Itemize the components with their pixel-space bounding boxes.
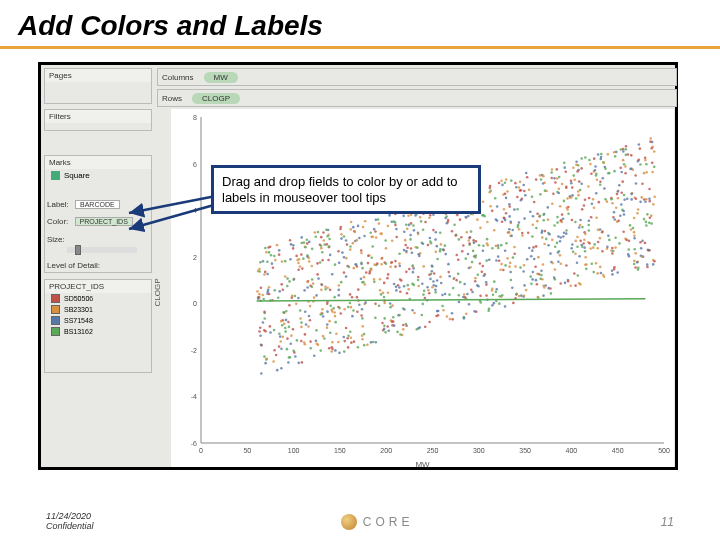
svg-point-1097 [402,324,405,327]
svg-point-1131 [585,263,588,266]
svg-point-119 [570,180,573,183]
svg-point-492 [561,183,564,186]
svg-point-85 [571,186,574,189]
svg-point-677 [346,337,349,340]
svg-point-1181 [652,203,655,206]
svg-point-342 [554,268,557,271]
svg-point-45 [439,276,442,279]
svg-point-1091 [306,242,309,245]
svg-point-585 [625,154,628,157]
legend-item[interactable]: SB23301 [45,304,151,315]
columns-shelf[interactable]: Columns MW [157,68,677,86]
svg-point-1152 [533,201,536,204]
columns-pill[interactable]: MW [204,72,238,83]
svg-point-1036 [379,289,382,292]
svg-point-608 [390,261,393,264]
svg-point-918 [486,238,489,241]
legend-item[interactable]: BS13162 [45,326,151,337]
svg-point-522 [383,324,386,327]
lod-shelf[interactable]: Level of Detail: [47,261,100,270]
svg-point-264 [604,198,607,201]
mark-shape[interactable]: Square [45,169,151,182]
svg-point-971 [574,240,577,243]
svg-point-491 [321,259,324,262]
svg-point-644 [370,341,373,344]
svg-point-499 [265,251,268,254]
svg-point-409 [284,327,287,330]
svg-point-505 [582,242,585,245]
svg-point-334 [337,341,340,344]
svg-point-639 [394,265,397,268]
svg-point-230 [559,282,562,285]
rows-shelf[interactable]: Rows CLOGP [157,89,677,107]
svg-point-547 [282,288,285,291]
svg-point-740 [447,219,450,222]
svg-point-211 [564,171,567,174]
slider-thumb[interactable] [75,245,81,255]
svg-point-749 [504,249,507,252]
svg-point-1209 [617,220,620,223]
svg-point-1145 [374,302,377,305]
svg-point-365 [593,243,596,246]
svg-point-216 [544,230,547,233]
svg-point-612 [447,263,450,266]
svg-point-406 [561,213,564,216]
svg-point-410 [256,290,259,293]
svg-point-741 [324,286,327,289]
size-shelf[interactable]: Size: [47,235,65,244]
svg-point-1004 [560,263,563,266]
svg-point-207 [644,200,647,203]
svg-point-1174 [559,205,562,208]
svg-point-750 [273,349,276,352]
svg-point-634 [274,259,277,262]
filters-shelf[interactable]: Filters [44,109,152,131]
svg-point-1212 [277,296,280,299]
svg-point-1132 [544,284,547,287]
svg-point-747 [630,198,633,201]
legend-item[interactable]: SD50506 [45,293,151,304]
svg-point-872 [370,256,373,259]
pages-shelf[interactable]: Pages [44,68,152,104]
svg-point-722 [607,153,610,156]
svg-point-282 [478,244,481,247]
svg-point-112 [294,355,297,358]
svg-point-1058 [279,340,282,343]
svg-point-1144 [316,273,319,276]
svg-point-378 [599,180,602,183]
svg-text:-6: -6 [191,440,197,447]
svg-point-170 [528,188,531,191]
rows-pill[interactable]: CLOGP [192,93,240,104]
svg-point-1070 [604,167,607,170]
svg-point-519 [309,305,312,308]
svg-point-718 [601,177,604,180]
svg-point-1025 [643,172,646,175]
svg-point-1011 [367,254,370,257]
svg-point-1147 [487,309,490,312]
svg-point-662 [309,347,312,350]
svg-point-1063 [525,172,528,175]
svg-point-1045 [369,231,372,234]
svg-point-817 [424,326,427,329]
legend-item[interactable]: SS71548 [45,315,151,326]
svg-point-846 [395,285,398,288]
svg-point-539 [426,286,429,289]
svg-point-24 [566,197,569,200]
svg-point-813 [614,246,617,249]
svg-point-106 [491,247,494,250]
svg-point-1081 [382,292,385,295]
svg-point-820 [504,192,507,195]
svg-point-572 [411,309,414,312]
svg-point-600 [498,295,501,298]
legend-swatch [51,305,60,314]
svg-point-439 [444,244,447,247]
svg-point-237 [284,260,287,263]
svg-point-871 [592,198,595,201]
svg-point-528 [407,214,410,217]
svg-point-284 [578,180,581,183]
svg-point-371 [324,288,327,291]
size-slider[interactable] [67,247,137,253]
legend-panel: PROJECT_IDS SD50506SB23301SS71548BS13162 [44,279,152,373]
svg-point-1046 [618,242,621,245]
svg-point-1005 [326,310,329,313]
svg-point-474 [588,197,591,200]
